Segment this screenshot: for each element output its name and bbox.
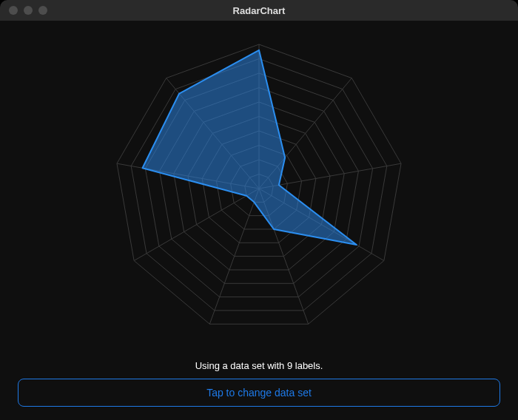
content-area: Using a data set with 9 labels. Tap to c… bbox=[0, 21, 518, 420]
svg-line-16 bbox=[134, 189, 259, 261]
close-window-icon[interactable] bbox=[9, 6, 18, 15]
traffic-lights bbox=[0, 6, 47, 15]
titlebar: RadarChart bbox=[0, 0, 518, 21]
app-window: RadarChart Using a data set with 9 label… bbox=[0, 0, 518, 420]
minimize-window-icon[interactable] bbox=[24, 6, 33, 15]
change-dataset-button[interactable]: Tap to change data set bbox=[18, 379, 500, 407]
radar-chart bbox=[52, 26, 466, 351]
dataset-caption: Using a data set with 9 labels. bbox=[195, 360, 323, 371]
zoom-window-icon[interactable] bbox=[38, 6, 47, 15]
chart-area bbox=[0, 21, 518, 356]
change-dataset-button-label: Tap to change data set bbox=[206, 387, 312, 399]
window-title: RadarChart bbox=[0, 5, 518, 16]
